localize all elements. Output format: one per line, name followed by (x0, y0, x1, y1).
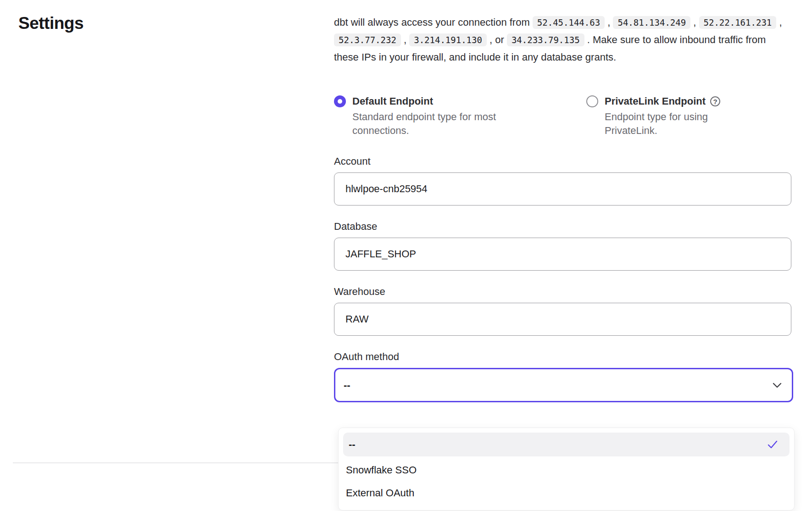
endpoint-option-default[interactable]: Default Endpoint Standard endpoint type … (334, 94, 586, 138)
oauth-method-selected-value: -- (344, 379, 350, 391)
oauth-method-select[interactable]: -- (334, 368, 793, 402)
settings-page: Settings dbt will always access your con… (0, 0, 812, 511)
radio-label: PrivateLink Endpoint ? (605, 94, 731, 108)
radio-label: Default Endpoint (352, 94, 511, 108)
dropdown-option-label: -- (349, 439, 356, 450)
check-icon (767, 439, 779, 450)
radio-unselected-icon[interactable] (586, 95, 598, 107)
warehouse-field-group: Warehouse (334, 285, 791, 336)
account-label: Account (334, 155, 791, 168)
radio-label-text: PrivateLink Endpoint (605, 94, 706, 108)
radio-label-text: Default Endpoint (352, 94, 433, 108)
oauth-method-field-group: OAuth method -- (334, 350, 791, 402)
ip-badge: 52.22.161.231 (699, 16, 777, 29)
endpoint-option-privatelink[interactable]: PrivateLink Endpoint ? Endpoint type for… (586, 94, 731, 138)
warehouse-label: Warehouse (334, 285, 791, 298)
database-input[interactable] (334, 238, 791, 271)
oauth-method-label: OAuth method (334, 350, 791, 363)
dropdown-option[interactable]: External OAuth (339, 482, 794, 504)
ip-badge: 3.214.191.130 (409, 33, 487, 46)
dropdown-option[interactable]: -- (343, 433, 790, 456)
ip-badge: 52.45.144.63 (533, 16, 605, 29)
oauth-method-dropdown: -- Snowflake SSO External OAuth (338, 428, 795, 511)
dropdown-option-label: External OAuth (346, 487, 414, 499)
page-title: Settings (18, 14, 83, 33)
dropdown-option[interactable]: Snowflake SSO (339, 459, 794, 481)
warehouse-input[interactable] (334, 303, 791, 336)
database-field-group: Database (334, 220, 791, 271)
account-input[interactable] (334, 172, 791, 206)
intro-text: dbt will always access your connection f… (334, 14, 791, 66)
radio-description: Standard endpoint type for most connecti… (352, 110, 511, 138)
section-divider (13, 462, 338, 463)
connection-settings-form: dbt will always access your connection f… (334, 14, 791, 402)
ip-badge: 34.233.79.135 (507, 33, 584, 46)
dropdown-option-label: Snowflake SSO (346, 464, 417, 476)
ip-badge: 54.81.134.249 (613, 16, 690, 29)
question-mark-circle-icon[interactable]: ? (710, 96, 720, 106)
account-field-group: Account (334, 155, 791, 206)
database-label: Database (334, 220, 791, 233)
radio-selected-icon[interactable] (334, 95, 346, 107)
chevron-down-icon (773, 382, 782, 389)
endpoint-type-radio-group: Default Endpoint Standard endpoint type … (334, 94, 791, 138)
radio-description: Endpoint type for using PrivateLink. (605, 110, 731, 138)
ip-badge: 52.3.77.232 (334, 33, 401, 46)
